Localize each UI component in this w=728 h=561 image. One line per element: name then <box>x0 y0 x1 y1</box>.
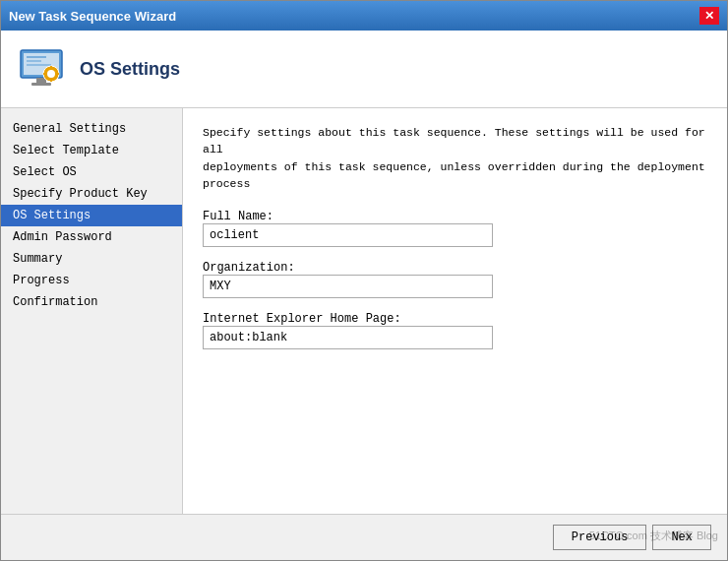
svg-rect-3 <box>27 60 41 62</box>
title-bar: New Task Sequence Wizard ✕ <box>1 1 727 31</box>
ie-home-page-label: Internet Explorer Home Page: <box>203 312 401 326</box>
sidebar-item-select-os[interactable]: Select OS <box>1 161 182 183</box>
close-button[interactable]: ✕ <box>699 7 719 25</box>
sidebar-item-os-settings[interactable]: OS Settings <box>1 205 182 226</box>
os-settings-icon <box>17 44 66 94</box>
header-section: OS Settings <box>1 31 727 108</box>
page-title: OS Settings <box>80 59 180 80</box>
window-title: New Task Sequence Wizard <box>9 9 176 24</box>
sidebar-item-specify-product-key[interactable]: Specify Product Key <box>1 183 182 205</box>
organization-label: Organization: <box>203 261 295 275</box>
svg-rect-2 <box>27 56 46 58</box>
content-area: General Settings Select Template Select … <box>1 108 727 514</box>
svg-rect-12 <box>55 73 59 75</box>
full-name-input[interactable] <box>203 223 493 247</box>
svg-rect-6 <box>31 83 51 86</box>
sidebar: General Settings Select Template Select … <box>1 108 183 514</box>
sidebar-item-summary[interactable]: Summary <box>1 248 182 270</box>
sidebar-item-general-settings[interactable]: General Settings <box>1 118 182 140</box>
svg-rect-11 <box>43 73 47 75</box>
svg-rect-4 <box>27 64 51 66</box>
sidebar-item-select-template[interactable]: Select Template <box>1 140 182 161</box>
organization-input[interactable] <box>203 275 493 298</box>
sidebar-item-admin-password[interactable]: Admin Password <box>1 226 182 248</box>
main-content: Specify settings about this task sequenc… <box>183 108 727 514</box>
sidebar-item-progress[interactable]: Progress <box>1 270 182 291</box>
ie-home-page-input[interactable] <box>203 326 493 349</box>
description-text: Specify settings about this task sequenc… <box>203 124 707 192</box>
wizard-window: New Task Sequence Wizard ✕ <box>0 0 728 561</box>
watermark: 51CTO.com 技术博客 Blog <box>589 529 718 543</box>
svg-point-8 <box>47 70 55 78</box>
sidebar-item-confirmation[interactable]: Confirmation <box>1 291 182 313</box>
svg-rect-9 <box>50 66 52 70</box>
svg-rect-10 <box>50 78 52 82</box>
full-name-label: Full Name: <box>203 210 273 223</box>
